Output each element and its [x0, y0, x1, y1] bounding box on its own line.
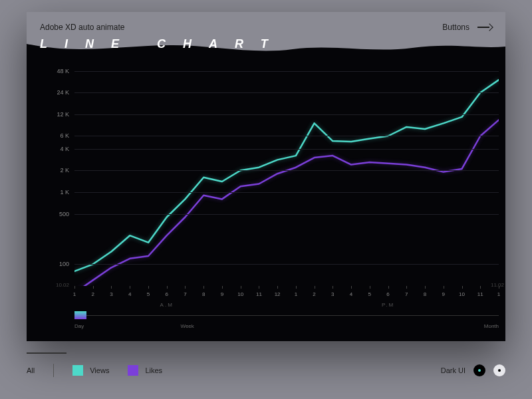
x-tick: 4	[350, 291, 352, 297]
arrow-right-icon	[477, 24, 492, 31]
x-tick: 9	[221, 291, 223, 297]
theme-toggles: Dark UI	[441, 364, 505, 376]
x-tick-mark	[370, 286, 370, 289]
line-views	[74, 80, 499, 271]
timeline-week[interactable]: Week	[181, 323, 194, 329]
x-tick: 4	[128, 291, 131, 297]
x-tick: 6	[165, 291, 168, 297]
x-tick-mark	[111, 286, 112, 289]
toggle-light[interactable]	[493, 364, 505, 376]
legend-views-label: Views	[90, 366, 109, 374]
x-date-end: 11.02	[491, 282, 504, 288]
x-tick: 1	[497, 291, 500, 297]
x-tick-mark	[425, 286, 426, 289]
x-tick: 7	[405, 291, 408, 297]
chart-area: 48 K24 K12 K6 K4 K2 K1 K500100 123456789…	[27, 64, 505, 305]
x-tick: 10	[459, 291, 465, 297]
x-tick-mark	[130, 286, 130, 289]
x-tick: 2	[92, 291, 94, 297]
x-tick: 3	[110, 291, 112, 297]
timeline-day[interactable]: Day	[74, 323, 84, 329]
x-tick-mark	[74, 286, 75, 289]
x-tick: 10	[237, 291, 243, 297]
header-subtitle: Adobe XD auto animate	[40, 23, 124, 32]
x-tick-mark	[167, 286, 168, 289]
grid-line	[74, 71, 499, 72]
grid-line	[74, 114, 499, 115]
x-tick-mark	[388, 286, 389, 289]
x-tick: 5	[368, 291, 371, 297]
y-tick: 24 K	[57, 89, 69, 96]
legend-views[interactable]: Views	[72, 365, 109, 376]
x-tick-mark	[480, 286, 481, 289]
legend-all-label: All	[27, 366, 35, 374]
swatch-likes	[128, 365, 138, 376]
header: Adobe XD auto animate Buttons	[27, 12, 505, 35]
y-tick: 6 K	[60, 132, 69, 139]
chart-svg	[74, 64, 499, 286]
x-tick: 5	[147, 291, 150, 297]
x-tick: 1	[73, 291, 76, 297]
grid-line	[74, 192, 499, 193]
timeline-track[interactable]	[74, 315, 499, 316]
legend-likes-label: Likes	[145, 366, 162, 374]
x-period-pm: P.M	[382, 302, 394, 308]
x-tick-mark	[93, 286, 94, 289]
legend: All Views Likes	[27, 364, 162, 377]
x-tick-mark	[185, 286, 186, 289]
y-tick: 12 K	[57, 111, 69, 118]
plot	[74, 64, 499, 286]
grid-line	[74, 149, 499, 150]
x-tick-mark	[203, 286, 204, 289]
bottom-bar: All Views Likes Dark UI	[27, 354, 505, 387]
y-tick: 4 K	[60, 146, 69, 152]
x-tick-mark	[241, 286, 241, 289]
x-tick: 7	[184, 291, 186, 297]
line-likes	[74, 120, 499, 286]
timeline: Day Week Month	[74, 311, 499, 331]
timeline-month[interactable]: Month	[484, 323, 499, 329]
x-tick-mark	[315, 286, 315, 289]
y-tick: 1 K	[60, 189, 69, 196]
x-tick: 2	[313, 291, 315, 297]
legend-likes[interactable]: Likes	[128, 365, 162, 376]
x-tick-mark	[406, 286, 407, 289]
x-period-am: A.M	[160, 302, 174, 308]
legend-all[interactable]: All	[27, 366, 35, 374]
y-tick: 2 K	[60, 167, 69, 174]
y-tick: 500	[59, 211, 69, 217]
x-tick-mark	[259, 286, 259, 289]
x-tick: 11	[256, 291, 262, 297]
x-tick: 8	[202, 291, 205, 297]
x-tick: 12	[275, 291, 281, 297]
grid-line	[74, 170, 499, 171]
x-date-start: 10.02	[56, 282, 69, 288]
x-axis: 12345678910111212345678910111A.MP.M10.02…	[74, 286, 499, 305]
x-tick: 1	[295, 291, 297, 297]
x-tick-mark	[444, 286, 444, 289]
timeline-handle[interactable]	[74, 311, 86, 319]
header-link[interactable]: Buttons	[442, 23, 492, 32]
x-tick: 6	[386, 291, 389, 297]
grid-line	[74, 264, 499, 265]
divider	[53, 364, 54, 377]
x-tick-mark	[296, 286, 297, 289]
y-axis: 48 K24 K12 K6 K4 K2 K1 K500100	[27, 64, 74, 305]
grid-line	[74, 136, 499, 136]
header-link-label: Buttons	[442, 23, 469, 32]
grid-line	[74, 92, 499, 93]
x-tick: 9	[442, 291, 445, 297]
grid-line	[74, 214, 499, 215]
toggle-dark[interactable]	[473, 364, 485, 376]
x-tick-mark	[351, 286, 352, 289]
x-tick: 8	[424, 291, 426, 297]
x-tick-mark	[277, 286, 278, 289]
page-title: LINE CHART	[40, 37, 285, 51]
swatch-views	[72, 365, 83, 376]
y-tick: 48 K	[57, 68, 69, 74]
x-tick-mark	[222, 286, 223, 289]
x-tick: 3	[331, 291, 334, 297]
x-tick-mark	[332, 286, 333, 289]
theme-label: Dark UI	[441, 366, 466, 374]
x-tick-mark	[148, 286, 149, 289]
